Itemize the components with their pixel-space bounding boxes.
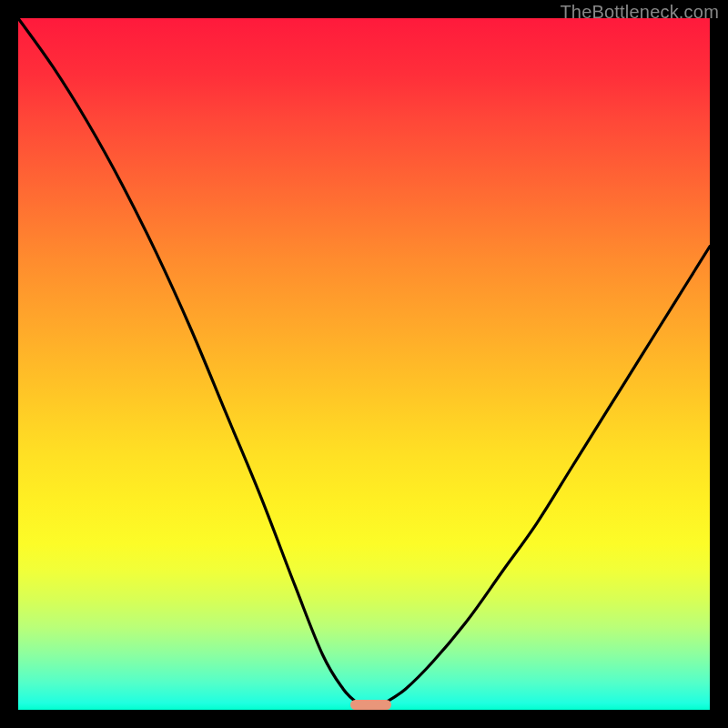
curves-layer bbox=[18, 18, 710, 710]
chart-frame: TheBottleneck.com bbox=[0, 0, 728, 728]
left-curve bbox=[18, 18, 357, 703]
watermark-text: TheBottleneck.com bbox=[560, 2, 719, 23]
right-curve bbox=[385, 247, 710, 703]
optimum-marker bbox=[350, 700, 392, 710]
